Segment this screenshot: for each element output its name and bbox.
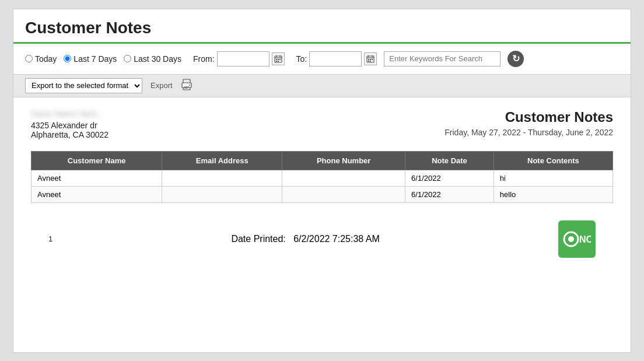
date-printed-label: Date Printed: <box>231 234 285 244</box>
export-format-select[interactable]: Export to the selected format CSV PDF Ex… <box>25 78 142 93</box>
address-line1: 4325 Alexander dr <box>31 121 108 130</box>
col-email: Email Address <box>162 151 282 170</box>
from-label: From: <box>193 54 215 64</box>
svg-rect-8 <box>278 61 279 62</box>
col-note-contents: Note Contents <box>494 151 612 170</box>
date-to-section: To: 06/02/2022 <box>296 51 377 66</box>
radio-last7-label: Last 7 Days <box>74 54 117 64</box>
page-number: 1 <box>48 234 52 243</box>
report-header-section: Some Name Here... 4325 Alexander dr Alph… <box>31 109 613 139</box>
report-title: Customer Notes <box>444 109 613 125</box>
radio-last7[interactable]: Last 7 Days <box>64 54 117 64</box>
cell-note_contents: hello <box>494 186 612 202</box>
report-body: Some Name Here... 4325 Alexander dr Alph… <box>13 97 631 275</box>
cell-email <box>162 186 282 202</box>
cell-note_contents: hi <box>494 170 612 186</box>
from-calendar-icon[interactable] <box>272 52 285 65</box>
refresh-icon: ↻ <box>512 53 520 64</box>
svg-rect-6 <box>279 59 281 60</box>
svg-rect-5 <box>278 59 279 60</box>
cell-email <box>162 170 282 186</box>
radio-today-label: Today <box>35 54 57 64</box>
print-icon[interactable] <box>181 79 192 93</box>
table-row: Avneet6/1/2022hi <box>32 170 613 186</box>
cell-note_date: 6/1/2022 <box>405 170 494 186</box>
cell-phone <box>282 170 405 186</box>
radio-last7-input[interactable] <box>64 55 71 62</box>
from-date-input[interactable]: 05/27/2022 <box>217 51 270 66</box>
radio-last30-input[interactable] <box>124 55 131 62</box>
address-block: Some Name Here... 4325 Alexander dr Alph… <box>31 109 108 139</box>
to-calendar-icon[interactable] <box>364 52 377 65</box>
radio-today[interactable]: Today <box>25 54 57 64</box>
page-container: Customer Notes Today Last 7 Days Last 30… <box>13 9 631 353</box>
svg-text:NCR: NCR <box>579 234 591 244</box>
cell-customer_name: Avneet <box>32 170 162 186</box>
address-line2: Alpharetta, CA 30022 <box>31 130 108 139</box>
ncr-logo-inner: NCR <box>563 229 591 249</box>
table-row: Avneet6/1/2022hello <box>32 186 613 202</box>
svg-rect-16 <box>368 61 369 62</box>
radio-last30[interactable]: Last 30 Days <box>124 54 181 64</box>
date-printed-value: 6/2/2022 7:25:38 AM <box>293 234 380 244</box>
refresh-button[interactable]: ↻ <box>508 51 524 67</box>
svg-rect-7 <box>276 61 277 62</box>
radio-today-input[interactable] <box>25 55 33 62</box>
svg-rect-4 <box>276 59 277 60</box>
toolbar-row: Export to the selected format CSV PDF Ex… <box>13 74 631 97</box>
customer-name-blurred: Some Name Here... <box>31 109 108 118</box>
svg-rect-14 <box>370 59 371 60</box>
report-date-range: Friday, May 27, 2022 - Thursday, June 2,… <box>444 128 613 137</box>
svg-rect-15 <box>372 59 373 60</box>
table-header-row: Customer Name Email Address Phone Number… <box>32 151 613 170</box>
cell-phone <box>282 186 405 202</box>
svg-rect-17 <box>370 61 371 62</box>
to-label: To: <box>296 54 307 64</box>
page-header: Customer Notes <box>13 9 631 44</box>
col-phone: Phone Number <box>282 151 405 170</box>
radio-last30-label: Last 30 Days <box>134 54 181 64</box>
page-title: Customer Notes <box>25 19 619 37</box>
to-date-input[interactable]: 06/02/2022 <box>309 51 362 66</box>
col-customer-name: Customer Name <box>32 151 162 170</box>
export-button[interactable]: Export <box>148 80 175 91</box>
footer-row: 1 Date Printed: 6/2/2022 7:25:38 AM NCR <box>31 215 613 264</box>
svg-rect-13 <box>368 59 369 60</box>
date-from-section: From: 05/27/2022 <box>193 51 285 66</box>
cell-note_date: 6/1/2022 <box>405 186 494 202</box>
svg-point-25 <box>568 236 574 242</box>
svg-point-21 <box>189 85 190 86</box>
data-table: Customer Name Email Address Phone Number… <box>31 151 613 203</box>
col-note-date: Note Date <box>405 151 494 170</box>
filter-row: Today Last 7 Days Last 30 Days From: 05/… <box>13 44 631 74</box>
ncr-logo: NCR <box>558 220 596 258</box>
cell-customer_name: Avneet <box>32 186 162 202</box>
report-title-block: Customer Notes Friday, May 27, 2022 - Th… <box>444 109 613 137</box>
date-printed: Date Printed: 6/2/2022 7:25:38 AM <box>231 234 379 244</box>
footer-center: Date Printed: 6/2/2022 7:25:38 AM <box>231 234 379 244</box>
keyword-search-input[interactable] <box>384 51 501 66</box>
